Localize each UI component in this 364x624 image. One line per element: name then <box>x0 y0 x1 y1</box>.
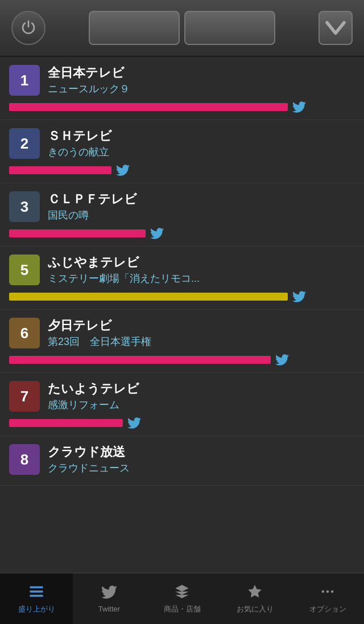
tab-item-twitter[interactable]: Twitter <box>73 573 146 624</box>
channel-item[interactable]: 7 たいようテレビ 感激リフォーム <box>0 373 364 436</box>
channel-name: ＳＨテレビ <box>48 128 355 145</box>
svg-rect-2 <box>30 594 43 597</box>
channel-name: 夕日テレビ <box>48 318 355 334</box>
tab-item-shop[interactable]: 商品・店舗 <box>146 573 218 624</box>
progress-bar <box>9 419 123 427</box>
svg-point-4 <box>326 590 329 593</box>
bar-row <box>9 353 355 367</box>
star-icon <box>247 584 263 602</box>
tab-bar: 盛り上がり Twitter 商品・店舗 お気に入り オプション <box>0 573 364 624</box>
down-button[interactable] <box>318 11 353 45</box>
channel-program: ミステリー劇場「消えたリモコ... <box>48 272 355 285</box>
svg-point-5 <box>331 590 334 593</box>
more-icon <box>320 584 336 602</box>
bar-row <box>9 416 355 430</box>
channel-name: たいようテレビ <box>48 381 355 397</box>
channel-number: 3 <box>9 191 40 222</box>
power-button[interactable] <box>11 11 46 45</box>
channel-name: 全日本テレビ <box>48 65 355 81</box>
channel-info: たいようテレビ 感激リフォーム <box>48 381 355 412</box>
channel-program: ニュースルック９ <box>48 83 355 96</box>
channel-number: 7 <box>9 381 40 412</box>
channel-info: ＣＬＰＦテレビ 国民の噂 <box>48 191 355 222</box>
plus-button[interactable] <box>184 11 275 45</box>
channel-item[interactable]: 1 全日本テレビ ニュースルック９ <box>0 57 364 120</box>
tab-label: 商品・店舗 <box>164 604 201 614</box>
progress-bar <box>9 103 288 111</box>
channel-name: クラウド放送 <box>48 444 355 461</box>
tab-label: 盛り上がり <box>18 604 55 614</box>
bar-row <box>9 227 355 240</box>
minus-button[interactable] <box>89 11 180 45</box>
channel-item[interactable]: 8 クラウド放送 クラウドニュース <box>0 436 364 486</box>
menu-icon <box>28 584 44 602</box>
tab-item-favorites[interactable]: お気に入り <box>218 573 291 624</box>
channel-item[interactable]: 3 ＣＬＰＦテレビ 国民の噂 <box>0 183 364 247</box>
tab-label: オプション <box>309 604 346 614</box>
channel-item[interactable]: 2 ＳＨテレビ きのうの献立 <box>0 120 364 183</box>
progress-bar <box>9 356 271 364</box>
channel-item[interactable]: 6 夕日テレビ 第23回 全日本選手権 <box>0 310 364 373</box>
channel-info: 全日本テレビ ニュースルック９ <box>48 65 355 96</box>
progress-bar <box>9 166 111 174</box>
progress-bar <box>9 229 146 237</box>
tab-label: お気に入り <box>237 604 274 614</box>
tab-item-options[interactable]: オプション <box>291 573 364 624</box>
channel-name: ふじやまテレビ <box>48 254 355 271</box>
bird-icon <box>101 584 117 602</box>
channel-info: ふじやまテレビ ミステリー劇場「消えたリモコ... <box>48 254 355 285</box>
bar-row <box>9 100 355 114</box>
channel-number: 6 <box>9 318 40 348</box>
tab-label: Twitter <box>98 605 120 613</box>
channel-number: 1 <box>9 65 40 96</box>
top-control-bar <box>0 0 364 57</box>
channel-program: きのうの献立 <box>48 146 355 159</box>
progress-bar <box>9 293 288 301</box>
channel-program: 国民の噂 <box>48 209 355 222</box>
svg-rect-0 <box>30 586 43 588</box>
channel-item[interactable]: 5 ふじやまテレビ ミステリー劇場「消えたリモコ... <box>0 247 364 310</box>
channel-list: 1 全日本テレビ ニュースルック９ 2 ＳＨテレビ きのうの献立 <box>0 57 364 573</box>
bar-row <box>9 163 355 177</box>
box-icon <box>174 584 190 602</box>
svg-rect-1 <box>30 590 43 593</box>
channel-info: クラウド放送 クラウドニュース <box>48 444 355 475</box>
channel-info: ＳＨテレビ きのうの献立 <box>48 128 355 159</box>
channel-number: 8 <box>9 444 40 475</box>
svg-point-3 <box>322 590 325 593</box>
channel-name: ＣＬＰＦテレビ <box>48 191 355 208</box>
channel-number: 5 <box>9 254 40 285</box>
channel-program: クラウドニュース <box>48 462 355 475</box>
volume-controls <box>89 11 275 45</box>
channel-number: 2 <box>9 128 40 159</box>
channel-program: 感激リフォーム <box>48 399 355 412</box>
bar-row <box>9 290 355 303</box>
channel-info: 夕日テレビ 第23回 全日本選手権 <box>48 318 355 348</box>
channel-program: 第23回 全日本選手権 <box>48 335 355 348</box>
tab-item-moriagari[interactable]: 盛り上がり <box>0 573 73 624</box>
